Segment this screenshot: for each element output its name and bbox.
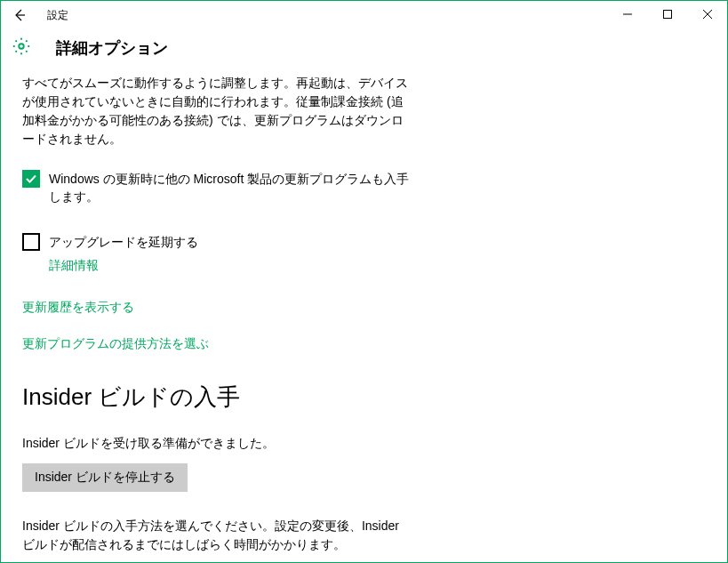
defer-info-link[interactable]: 詳細情報 (49, 256, 99, 275)
close-button[interactable] (687, 1, 727, 28)
titlebar: 設定 (1, 1, 727, 29)
checkbox-ms-products: Windows の更新時に他の Microsoft 製品の更新プログラムも入手し… (22, 170, 706, 206)
checkbox-ms-products-label: Windows の更新時に他の Microsoft 製品の更新プログラムも入手し… (49, 170, 413, 206)
window-title: 設定 (47, 8, 68, 23)
content-area: すべてがスムーズに動作するように調整します。再起動は、デバイスが使用されていない… (1, 74, 727, 563)
maximize-button[interactable] (647, 1, 687, 28)
minimize-icon (623, 10, 632, 19)
checkbox-defer-label: アップグレードを延期する (49, 233, 198, 251)
svg-point-5 (19, 44, 24, 49)
checkbox-defer-box[interactable] (22, 233, 40, 251)
delivery-method-link[interactable]: 更新プログラムの提供方法を選ぶ (22, 334, 209, 353)
insider-method-text: Insider ビルドの入手方法を選んでください。設定の変更後、Insider … (22, 517, 413, 554)
back-arrow-icon (12, 8, 27, 22)
close-icon (703, 10, 712, 19)
svg-rect-2 (663, 11, 671, 19)
checkmark-icon (25, 173, 37, 185)
back-button[interactable] (1, 1, 38, 29)
intro-text: すべてがスムーズに動作するように調整します。再起動は、デバイスが使用されていない… (22, 74, 413, 149)
minimize-button[interactable] (607, 1, 647, 28)
page-title: 詳細オプション (56, 37, 168, 59)
insider-status-text: Insider ビルドを受け取る準備ができました。 (22, 434, 706, 453)
window-controls (607, 1, 727, 28)
stop-insider-button[interactable]: Insider ビルドを停止する (22, 463, 188, 492)
gear-icon (12, 36, 31, 60)
insider-section-title: Insider ビルドの入手 (22, 380, 706, 414)
page-header: 詳細オプション (1, 29, 727, 74)
checkbox-defer: アップグレードを延期する (22, 233, 706, 251)
checkbox-ms-products-box[interactable] (22, 170, 40, 188)
update-history-link[interactable]: 更新履歴を表示する (22, 298, 134, 317)
maximize-icon (663, 10, 672, 19)
